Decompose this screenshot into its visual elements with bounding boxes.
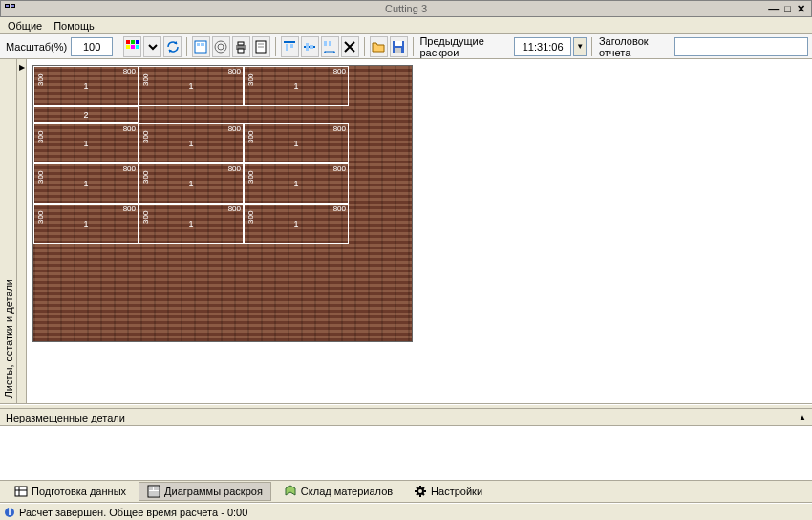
titlebar: Cutting 3 — □ ✕	[0, 0, 812, 17]
maximize-button[interactable]: □	[782, 2, 793, 15]
workspace: Листы, остатки и детали ▶ 18003001800300…	[0, 59, 812, 404]
tab-diagrams[interactable]: Диаграммы раскроя	[139, 482, 271, 501]
svg-rect-7	[197, 43, 200, 46]
svg-point-10	[218, 44, 224, 50]
svg-rect-4	[131, 45, 135, 49]
bottom-tabs: Подготовка данных Диаграммы раскроя Скла…	[0, 480, 812, 503]
cutting-sheet[interactable]: 1800300180030018003002180030018003001800…	[32, 65, 413, 342]
scale-input[interactable]	[71, 37, 113, 56]
svg-rect-12	[238, 42, 244, 45]
svg-rect-18	[286, 44, 288, 51]
canvas-area[interactable]: 1800300180030018003002180030018003001800…	[27, 59, 812, 403]
time-input[interactable]	[514, 37, 571, 56]
align-top-icon[interactable]	[281, 36, 299, 57]
time-dropdown[interactable]: ▼	[573, 37, 587, 56]
unplaced-header[interactable]: Неразмещенные детали ▲	[0, 409, 812, 426]
svg-rect-35	[149, 491, 159, 496]
refresh-icon[interactable]	[163, 36, 182, 57]
svg-rect-3	[126, 45, 130, 49]
report-title-label: Заголовок отчета	[597, 35, 673, 58]
side-tab-label: Листы, остатки и детали	[3, 279, 14, 398]
window-title: Cutting 3	[385, 3, 427, 14]
cut-piece[interactable]: 1800300	[244, 163, 349, 204]
cut-piece[interactable]: 2	[33, 106, 139, 123]
app-icon	[5, 4, 18, 13]
scale-label: Масштаб(%)	[4, 41, 69, 53]
toolbar: Масштаб(%) Предыдущие раскрои ▼ Заголово…	[0, 34, 812, 59]
cut-piece[interactable]: 1800300	[33, 66, 139, 106]
svg-rect-27	[395, 41, 402, 46]
tab-data-prep[interactable]: Подготовка данных	[6, 482, 135, 501]
status-text: Расчет завершен. Общее время расчета - 0…	[19, 507, 247, 518]
svg-rect-23	[324, 41, 327, 46]
sheet-icon[interactable]	[192, 36, 210, 57]
cut-piece[interactable]: 1800300	[139, 123, 244, 163]
svg-rect-24	[329, 41, 331, 46]
cut-piece[interactable]: 1800300	[139, 163, 244, 204]
cut-piece[interactable]: 1800300	[33, 204, 139, 244]
cut-piece[interactable]: 1800300	[244, 66, 349, 106]
svg-rect-0	[126, 40, 130, 44]
collapse-icon[interactable]: ▲	[799, 413, 806, 422]
tab-stock[interactable]: Склад материалов	[275, 482, 401, 501]
cut-piece[interactable]: 1800300	[33, 123, 139, 163]
svg-text:i: i	[8, 507, 11, 517]
save-icon[interactable]	[390, 36, 408, 57]
svg-rect-8	[201, 43, 204, 46]
status-bar: i Расчет завершен. Общее время расчета -…	[0, 503, 812, 520]
svg-rect-34	[154, 487, 159, 490]
svg-rect-5	[136, 45, 139, 49]
svg-rect-29	[15, 487, 27, 496]
grid-color-icon[interactable]	[123, 36, 141, 57]
cut-piece[interactable]: 1800300	[244, 123, 349, 163]
prev-cuts-label: Предыдущие раскрои	[417, 35, 512, 58]
menu-help[interactable]: Помощь	[53, 20, 95, 32]
cut-piece[interactable]: 1800300	[244, 204, 349, 244]
side-tab-sheets[interactable]: Листы, остатки и детали	[0, 59, 17, 403]
close-button[interactable]: ✕	[795, 2, 807, 15]
unplaced-label: Неразмещенные детали	[6, 412, 125, 423]
diagram-icon	[147, 485, 160, 498]
svg-point-9	[215, 41, 226, 53]
svg-rect-19	[290, 44, 293, 48]
cut-piece[interactable]: 1800300	[33, 163, 139, 204]
menubar: Общие Помощь	[0, 17, 812, 34]
info-icon: i	[4, 507, 15, 518]
svg-rect-1	[131, 40, 135, 44]
print-icon[interactable]	[232, 36, 250, 57]
delete-icon[interactable]	[341, 36, 359, 57]
svg-rect-22	[310, 45, 313, 49]
pattern-icon[interactable]	[212, 36, 230, 57]
menu-general[interactable]: Общие	[8, 20, 42, 32]
align-middle-icon[interactable]	[301, 36, 319, 57]
cut-piece[interactable]: 1800300	[139, 204, 244, 244]
side-collapse-handle[interactable]: ▶	[17, 59, 27, 403]
svg-rect-21	[306, 43, 309, 51]
arrow-down-icon[interactable]	[143, 36, 161, 57]
svg-rect-13	[238, 49, 244, 53]
window-controls: — □ ✕	[766, 2, 811, 15]
svg-rect-33	[149, 487, 153, 490]
svg-rect-6	[195, 41, 206, 53]
unplaced-body	[0, 426, 812, 480]
minimize-button[interactable]: —	[766, 2, 780, 15]
settings-icon	[414, 485, 427, 498]
stock-icon	[284, 485, 297, 498]
report-title-input[interactable]	[674, 37, 808, 56]
svg-rect-2	[136, 40, 139, 44]
distribute-icon[interactable]	[321, 36, 339, 57]
cut-piece[interactable]: 1800300	[139, 66, 244, 106]
data-prep-icon	[14, 485, 28, 498]
page-icon[interactable]	[252, 36, 270, 57]
svg-rect-28	[395, 48, 401, 53]
svg-point-36	[417, 488, 423, 494]
tab-settings[interactable]: Настройки	[405, 482, 491, 501]
open-icon[interactable]	[370, 36, 388, 57]
